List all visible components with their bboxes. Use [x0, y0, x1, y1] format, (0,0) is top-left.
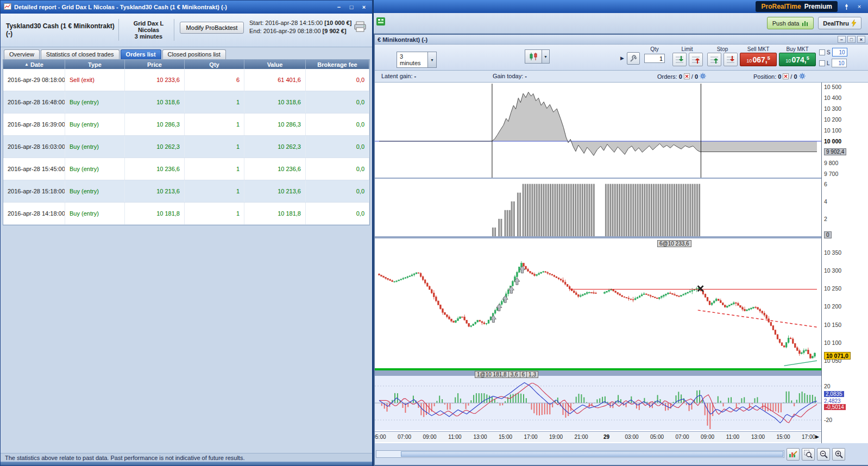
- maximize-icon[interactable]: □: [847, 36, 856, 43]
- scrollbar-thumb[interactable]: [401, 451, 783, 457]
- modify-probacktest-button[interactable]: Modify ProBacktest: [180, 22, 244, 34]
- time-tick: 05:00: [375, 434, 388, 440]
- chevron-down-icon[interactable]: ▼: [542, 49, 550, 64]
- chart-style-button[interactable]: ▼: [525, 49, 550, 64]
- cell: Buy (entry): [65, 203, 125, 224]
- table-row[interactable]: 2016-apr-28 16:03:00Buy (entry)10 262,31…: [3, 136, 369, 158]
- limit-checkbox[interactable]: [819, 60, 825, 66]
- close-icon[interactable]: ×: [855, 3, 864, 10]
- cell: Buy (entry): [65, 114, 125, 135]
- report-titlebar[interactable]: Detailed report - Grid Dax L Nicolas - T…: [1, 1, 372, 14]
- workspace-icon[interactable]: [376, 17, 385, 27]
- zoom-out-icon[interactable]: [817, 448, 830, 461]
- chart-bottom-bar: [375, 443, 868, 465]
- push-data-button[interactable]: Push data: [767, 17, 814, 29]
- price-tick: 2: [824, 216, 827, 222]
- table-row[interactable]: 2016-apr-28 15:45:00Buy (entry)10 236,61…: [3, 158, 369, 180]
- minimize-icon[interactable]: −: [334, 3, 344, 11]
- print-icon[interactable]: [354, 21, 367, 33]
- column-header-brokerage-fee[interactable]: Brokerage fee: [306, 60, 369, 69]
- table-row[interactable]: 2016-apr-28 16:39:00Buy (entry)10 286,31…: [3, 114, 369, 136]
- table-row[interactable]: 2016-apr-28 16:48:00Buy (entry)10 318,61…: [3, 91, 369, 114]
- cell: 1: [185, 91, 244, 113]
- close-icon[interactable]: ×: [359, 3, 369, 11]
- zoom-area-icon[interactable]: [802, 448, 815, 461]
- start-label: Start:: [249, 20, 263, 26]
- minimize-icon[interactable]: −: [838, 36, 846, 43]
- entry-order-badge: 6: [520, 371, 527, 378]
- cell: Buy (entry): [65, 158, 125, 180]
- lightning-icon: [851, 20, 857, 27]
- oscillator-value: -0,5014: [824, 404, 846, 410]
- time-tick: 03:00: [622, 434, 641, 440]
- sell-mkt-button[interactable]: 10067,5: [740, 53, 777, 66]
- sell-stop-button[interactable]: [724, 53, 738, 66]
- limit-distance-field[interactable]: 10: [832, 59, 847, 67]
- qty-input[interactable]: [644, 54, 665, 63]
- wrench-icon[interactable]: [627, 52, 640, 65]
- time-tick: 29: [597, 434, 616, 440]
- table-row[interactable]: 2016-apr-28 14:18:00Buy (entry)10 181,81…: [3, 203, 369, 225]
- dealthru-button[interactable]: DealThru: [818, 17, 861, 29]
- timeframe-select[interactable]: 3 minutes ▼: [397, 52, 437, 68]
- table-row[interactable]: 2016-apr-28 15:18:00Buy (entry)10 213,61…: [3, 180, 369, 203]
- close-position-icon[interactable]: [783, 73, 789, 80]
- time-tick: 11:00: [724, 434, 742, 440]
- time-tick: 21:00: [572, 434, 590, 440]
- cancel-orders-icon[interactable]: [684, 73, 690, 80]
- position-label: Position:: [753, 73, 776, 80]
- equity-panel[interactable]: [375, 84, 821, 178]
- column-header-date[interactable]: ▲Date: [3, 60, 65, 69]
- cell: Buy (entry): [65, 91, 125, 113]
- sort-asc-icon: ▲: [24, 62, 29, 67]
- position-settings-gear-icon[interactable]: [799, 73, 806, 80]
- price-axis[interactable]: 10 50010 40010 30010 20010 10010 0009 80…: [821, 83, 868, 443]
- buy-limit-button[interactable]: [672, 53, 687, 66]
- cell: Buy (entry): [65, 136, 125, 158]
- tab-orders-list[interactable]: Orders list: [121, 49, 161, 59]
- oscillator-panel[interactable]: [375, 376, 821, 430]
- buy-mkt-button[interactable]: 10074,5: [779, 53, 816, 66]
- buy-price-thousands: 10: [785, 58, 791, 64]
- price-tick: 9 800: [824, 160, 838, 166]
- app-topbar: ProRealTime Premium ×: [374, 0, 868, 13]
- column-header-price[interactable]: Price: [125, 60, 185, 69]
- strategy-timeframe: 3 minutes: [135, 33, 162, 40]
- stop-distance-field[interactable]: 10: [832, 48, 847, 56]
- s-label: S: [827, 49, 831, 55]
- account-info-row: Latent gain: - Gain today: - Orders: 0 /…: [375, 71, 868, 83]
- equity-chart: [375, 84, 821, 178]
- buy-stop-button[interactable]: [707, 53, 721, 66]
- cell: 10 233,6: [125, 69, 185, 91]
- cell: 10 181,8: [244, 203, 306, 224]
- column-header-qty[interactable]: Qty: [185, 60, 244, 69]
- column-header-value[interactable]: Value: [244, 60, 306, 69]
- position-size-panel[interactable]: [375, 179, 821, 236]
- desktop: Detailed report - Grid Dax L Nicolas - T…: [0, 0, 868, 466]
- sell-limit-button[interactable]: [689, 53, 703, 66]
- chart-window-title: € Minikontrakt) (-): [378, 36, 836, 43]
- cell: 0,0: [306, 114, 369, 135]
- orders-settings-gear-icon[interactable]: [700, 73, 706, 80]
- cell: 0,0: [306, 136, 369, 158]
- price-panel[interactable]: [375, 238, 821, 370]
- chart-titlebar[interactable]: € Minikontrakt) (-) − □ ×: [375, 35, 868, 45]
- close-icon[interactable]: ×: [857, 36, 865, 43]
- collapse-panel-icon[interactable]: ▶: [620, 55, 624, 61]
- maximize-icon[interactable]: □: [347, 3, 356, 11]
- zoom-in-icon[interactable]: [832, 448, 845, 461]
- table-row[interactable]: 2016-apr-29 08:18:00Sell (exit)10 233,66…: [3, 69, 369, 91]
- price-tick: 10 300: [824, 105, 841, 112]
- stop-checkbox[interactable]: [819, 49, 825, 55]
- cell: 10 286,3: [125, 114, 185, 135]
- chart-edit-icon[interactable]: [787, 448, 800, 461]
- pin-icon[interactable]: [842, 3, 851, 10]
- position-count-b: 0: [794, 73, 797, 80]
- tab-closed-positions-list[interactable]: Closed positions list: [162, 49, 226, 59]
- gain-today-label: Gain today:: [493, 73, 523, 79]
- orders-count: 0: [679, 73, 682, 80]
- column-header-type[interactable]: Type: [65, 60, 125, 69]
- tab-overview[interactable]: Overview: [4, 49, 40, 59]
- tab-statistics-of-closed-trades[interactable]: Statistics of closed trades: [41, 49, 119, 59]
- chart-hscrollbar[interactable]: [376, 450, 784, 458]
